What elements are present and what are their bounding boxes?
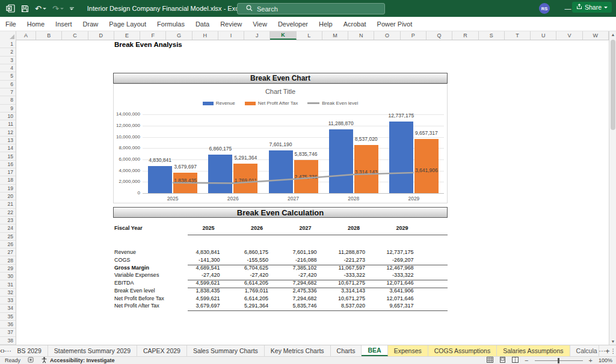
zoom-slider[interactable]: [535, 360, 583, 361]
cell-value[interactable]: 2,475,336: [269, 288, 317, 294]
row-header-1[interactable]: 1: [0, 40, 16, 48]
ribbon-tab-view[interactable]: View: [247, 17, 273, 31]
row-header-18[interactable]: 18: [0, 176, 16, 184]
column-header-G[interactable]: G: [166, 31, 192, 40]
select-all-corner[interactable]: [0, 31, 16, 40]
cell-value[interactable]: 4,599,621: [172, 295, 220, 301]
cell-value[interactable]: 10,671,275: [317, 295, 365, 301]
cell-value[interactable]: 12,071,646: [366, 295, 414, 301]
cell-value[interactable]: -216,088: [269, 257, 317, 263]
row-header-26[interactable]: 26: [0, 241, 16, 248]
column-header-I[interactable]: I: [218, 31, 244, 40]
cell-value[interactable]: 6,704,625: [220, 265, 268, 271]
sheet-tab-charts[interactable]: Charts: [331, 345, 362, 356]
scroll-down-icon[interactable]: ▼: [609, 339, 616, 344]
row-header-8[interactable]: 8: [0, 96, 16, 104]
cell-value[interactable]: -333,322: [366, 272, 414, 278]
column-header-K[interactable]: K: [270, 31, 296, 40]
more-sheets-icon[interactable]: ⋯: [599, 345, 606, 356]
row-header-16[interactable]: 16: [0, 161, 16, 168]
zoom-level[interactable]: 100%: [599, 357, 612, 363]
row-header-19[interactable]: 19: [0, 185, 16, 193]
cell-value[interactable]: 7,294,682: [269, 295, 317, 301]
vertical-scrollbar[interactable]: ▲ ▼: [609, 31, 616, 345]
legend-item-revenue[interactable]: Revenue: [203, 100, 235, 106]
sheet-tab-capex-2029[interactable]: CAPEX 2029: [137, 345, 187, 356]
column-header-U[interactable]: U: [531, 31, 556, 40]
sheet-tab-bs-2029[interactable]: BS 2029: [11, 345, 48, 356]
column-header-W[interactable]: W: [583, 31, 609, 40]
column-header-L[interactable]: L: [297, 31, 322, 40]
cell-value[interactable]: 7,385,102: [269, 265, 317, 271]
row-header-6[interactable]: 6: [0, 81, 16, 88]
row-header-38[interactable]: 38: [0, 337, 16, 345]
save-icon[interactable]: [21, 5, 29, 13]
column-header-D[interactable]: D: [88, 31, 114, 40]
row-header-13[interactable]: 13: [0, 137, 16, 144]
sheet-tab-sales-summary-charts[interactable]: Sales Summary Charts: [187, 345, 265, 356]
break-even-line[interactable]: [143, 111, 444, 199]
row-header-3[interactable]: 3: [0, 57, 16, 64]
year-header-2027[interactable]: 2027: [269, 225, 317, 231]
ribbon-tab-power-pivot[interactable]: Power Pivot: [372, 17, 418, 31]
ribbon-tab-insert[interactable]: Insert: [50, 17, 78, 31]
cell-value[interactable]: -27,420: [172, 272, 220, 278]
row-header-10[interactable]: 10: [0, 113, 16, 120]
row-header-4[interactable]: 4: [0, 64, 16, 72]
excel-app-icon[interactable]: [6, 4, 15, 13]
year-header-2026[interactable]: 2026: [220, 225, 268, 231]
cell-value[interactable]: 3,314,143: [317, 288, 365, 294]
cell-value[interactable]: 7,601,190: [269, 249, 317, 255]
ribbon-tab-draw[interactable]: Draw: [78, 17, 104, 31]
sheet-tab-expenses[interactable]: Expenses: [388, 345, 428, 356]
cell-value[interactable]: 5,291,364: [220, 303, 268, 309]
legend-item-net-profit-after-tax[interactable]: Net Profit After Tax: [245, 100, 298, 106]
cell-value[interactable]: 6,614,205: [220, 280, 268, 286]
customize-toolbar-icon[interactable]: [70, 7, 74, 10]
column-header-J[interactable]: J: [244, 31, 270, 40]
column-header-E[interactable]: E: [114, 31, 140, 40]
cell-value[interactable]: 12,737,175: [366, 249, 414, 255]
column-header-V[interactable]: V: [556, 31, 582, 40]
row-header-15[interactable]: 15: [0, 152, 16, 160]
sheet-tab-key-metrics-charts[interactable]: Key Metrics Charts: [265, 345, 331, 356]
cell-value[interactable]: 9,657,317: [366, 303, 414, 309]
ribbon-tab-developer[interactable]: Developer: [273, 17, 313, 31]
cell-value[interactable]: 6,614,205: [220, 295, 268, 301]
row-header-22[interactable]: 22: [0, 209, 16, 217]
row-header-2[interactable]: 2: [0, 48, 16, 56]
row-header-12[interactable]: 12: [0, 128, 16, 136]
ribbon-tab-data[interactable]: Data: [190, 17, 215, 31]
column-header-C[interactable]: C: [62, 31, 88, 40]
row-header-20[interactable]: 20: [0, 193, 16, 200]
row-header-23[interactable]: 23: [0, 217, 16, 224]
cell-value[interactable]: 5,835,746: [269, 303, 317, 309]
column-header-B[interactable]: B: [36, 31, 62, 40]
cell-value[interactable]: -155,550: [220, 257, 268, 263]
column-header-O[interactable]: O: [374, 31, 400, 40]
row-header-11[interactable]: 11: [0, 120, 16, 128]
year-header-2029[interactable]: 2029: [366, 225, 414, 231]
row-header-9[interactable]: 9: [0, 105, 16, 113]
cell-value[interactable]: 10,671,275: [317, 280, 365, 286]
row-header-14[interactable]: 14: [0, 144, 16, 152]
cell-value[interactable]: 12,071,646: [366, 280, 414, 286]
chart-legend[interactable]: RevenueNet Profit After TaxBreak Even le…: [113, 100, 448, 106]
sheet-tab-cogs-assumptions[interactable]: COGS Assumptions: [428, 345, 497, 356]
cell-value[interactable]: 1,838,435: [172, 288, 220, 294]
row-header-21[interactable]: 21: [0, 200, 16, 208]
ribbon-tab-help[interactable]: Help: [313, 17, 338, 31]
cell-value[interactable]: 1,769,011: [220, 288, 268, 294]
tab-options-icon[interactable]: ⋮: [610, 345, 616, 356]
year-header-2028[interactable]: 2028: [317, 225, 365, 231]
row-header-37[interactable]: 37: [0, 329, 16, 336]
cell-value[interactable]: 4,689,541: [172, 265, 220, 271]
ribbon-tab-page-layout[interactable]: Page Layout: [103, 17, 152, 31]
cell-value[interactable]: 7,294,682: [269, 280, 317, 286]
column-header-H[interactable]: H: [192, 31, 218, 40]
column-header-M[interactable]: M: [322, 31, 348, 40]
cell-value[interactable]: -221,273: [317, 257, 365, 263]
ribbon-tab-file[interactable]: File: [0, 17, 22, 31]
row-header-7[interactable]: 7: [0, 88, 16, 96]
search-input[interactable]: Search: [237, 3, 385, 14]
